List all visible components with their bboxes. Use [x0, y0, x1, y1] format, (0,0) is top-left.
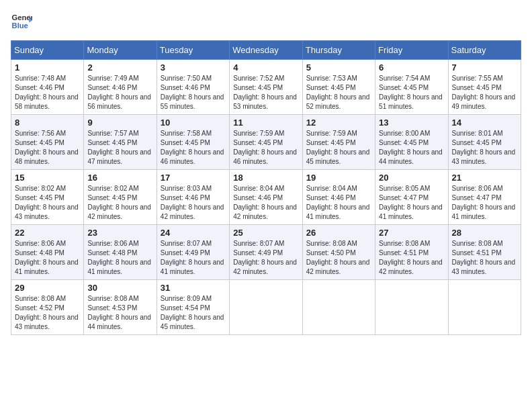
day-number: 29 [15, 283, 80, 293]
calendar-day-cell: 11 Sunrise: 7:59 AM Sunset: 4:45 PM Dayl… [230, 115, 302, 170]
day-info: Sunrise: 8:09 AM Sunset: 4:54 PM Dayligh… [161, 294, 226, 332]
calendar-day-cell: 2 Sunrise: 7:49 AM Sunset: 4:46 PM Dayli… [84, 60, 157, 115]
calendar-week-row: 15 Sunrise: 8:02 AM Sunset: 4:45 PM Dayl… [11, 170, 521, 225]
day-number: 6 [379, 62, 444, 73]
day-number: 14 [452, 118, 517, 128]
calendar-day-cell: 20 Sunrise: 8:05 AM Sunset: 4:47 PM Dayl… [375, 170, 448, 225]
calendar-body: 1 Sunrise: 7:48 AM Sunset: 4:46 PM Dayli… [11, 60, 521, 335]
day-info: Sunrise: 8:08 AM Sunset: 4:51 PM Dayligh… [379, 239, 444, 277]
day-info: Sunrise: 7:54 AM Sunset: 4:45 PM Dayligh… [379, 74, 444, 111]
page-header: General Blue [11, 11, 521, 32]
day-info: Sunrise: 8:02 AM Sunset: 4:45 PM Dayligh… [87, 184, 152, 222]
calendar-day-cell: 18 Sunrise: 8:04 AM Sunset: 4:46 PM Dayl… [230, 170, 302, 225]
calendar-day-cell: 19 Sunrise: 8:04 AM Sunset: 4:46 PM Dayl… [302, 170, 375, 225]
calendar-day-cell: 1 Sunrise: 7:48 AM Sunset: 4:46 PM Dayli… [11, 60, 84, 115]
day-info: Sunrise: 7:49 AM Sunset: 4:46 PM Dayligh… [87, 74, 152, 111]
day-info: Sunrise: 8:02 AM Sunset: 4:45 PM Dayligh… [15, 184, 80, 222]
calendar-day-cell: 12 Sunrise: 7:59 AM Sunset: 4:45 PM Dayl… [302, 115, 375, 170]
day-number: 15 [15, 173, 80, 183]
day-number: 26 [306, 228, 371, 238]
day-number: 2 [87, 62, 152, 73]
day-info: Sunrise: 8:07 AM Sunset: 4:49 PM Dayligh… [233, 239, 298, 277]
calendar-day-cell: 15 Sunrise: 8:02 AM Sunset: 4:45 PM Dayl… [11, 170, 84, 225]
calendar-day-cell: 25 Sunrise: 8:07 AM Sunset: 4:49 PM Dayl… [230, 225, 302, 280]
day-number: 18 [233, 173, 298, 183]
day-number: 13 [379, 118, 444, 128]
calendar-day-cell [302, 280, 375, 335]
calendar-day-cell: 16 Sunrise: 8:02 AM Sunset: 4:45 PM Dayl… [84, 170, 157, 225]
logo: General Blue [11, 11, 35, 32]
weekday-header-cell: Friday [375, 41, 448, 60]
calendar-day-cell: 27 Sunrise: 8:08 AM Sunset: 4:51 PM Dayl… [375, 225, 448, 280]
calendar-day-cell: 13 Sunrise: 8:00 AM Sunset: 4:45 PM Dayl… [375, 115, 448, 170]
calendar-day-cell: 24 Sunrise: 8:07 AM Sunset: 4:49 PM Dayl… [157, 225, 229, 280]
day-number: 20 [379, 173, 444, 183]
day-info: Sunrise: 7:53 AM Sunset: 4:45 PM Dayligh… [306, 74, 371, 111]
calendar-day-cell: 4 Sunrise: 7:52 AM Sunset: 4:45 PM Dayli… [230, 60, 302, 115]
calendar-day-cell: 7 Sunrise: 7:55 AM Sunset: 4:45 PM Dayli… [448, 60, 521, 115]
calendar-day-cell: 14 Sunrise: 8:01 AM Sunset: 4:45 PM Dayl… [448, 115, 521, 170]
calendar-week-row: 1 Sunrise: 7:48 AM Sunset: 4:46 PM Dayli… [11, 60, 521, 115]
calendar-day-cell: 22 Sunrise: 8:06 AM Sunset: 4:48 PM Dayl… [11, 225, 84, 280]
weekday-header-cell: Tuesday [157, 41, 229, 60]
weekday-header-cell: Monday [84, 41, 157, 60]
day-info: Sunrise: 7:59 AM Sunset: 4:45 PM Dayligh… [306, 129, 371, 167]
day-info: Sunrise: 8:04 AM Sunset: 4:46 PM Dayligh… [306, 184, 371, 222]
svg-text:Blue: Blue [12, 21, 28, 30]
day-number: 16 [87, 173, 152, 183]
day-number: 25 [233, 228, 298, 238]
day-number: 22 [15, 228, 80, 238]
day-number: 23 [87, 228, 152, 238]
calendar-day-cell: 10 Sunrise: 7:58 AM Sunset: 4:45 PM Dayl… [157, 115, 229, 170]
calendar-day-cell: 8 Sunrise: 7:56 AM Sunset: 4:45 PM Dayli… [11, 115, 84, 170]
day-number: 21 [452, 173, 517, 183]
day-number: 1 [15, 62, 80, 73]
day-number: 24 [161, 228, 226, 238]
day-number: 28 [452, 228, 517, 238]
day-info: Sunrise: 8:08 AM Sunset: 4:51 PM Dayligh… [452, 239, 517, 277]
calendar-day-cell: 21 Sunrise: 8:06 AM Sunset: 4:47 PM Dayl… [448, 170, 521, 225]
day-number: 4 [233, 62, 298, 73]
calendar-day-cell: 26 Sunrise: 8:08 AM Sunset: 4:50 PM Dayl… [302, 225, 375, 280]
day-info: Sunrise: 8:07 AM Sunset: 4:49 PM Dayligh… [161, 239, 226, 277]
day-number: 30 [87, 283, 152, 293]
calendar-day-cell: 30 Sunrise: 8:08 AM Sunset: 4:53 PM Dayl… [84, 280, 157, 335]
day-info: Sunrise: 8:03 AM Sunset: 4:46 PM Dayligh… [161, 184, 226, 222]
day-info: Sunrise: 7:50 AM Sunset: 4:46 PM Dayligh… [161, 74, 226, 111]
day-info: Sunrise: 7:57 AM Sunset: 4:45 PM Dayligh… [87, 129, 152, 167]
calendar-day-cell: 9 Sunrise: 7:57 AM Sunset: 4:45 PM Dayli… [84, 115, 157, 170]
calendar-day-cell: 29 Sunrise: 8:08 AM Sunset: 4:52 PM Dayl… [11, 280, 84, 335]
day-info: Sunrise: 8:06 AM Sunset: 4:47 PM Dayligh… [452, 184, 517, 222]
day-info: Sunrise: 7:52 AM Sunset: 4:45 PM Dayligh… [233, 74, 298, 111]
day-number: 9 [87, 118, 152, 128]
calendar-week-row: 8 Sunrise: 7:56 AM Sunset: 4:45 PM Dayli… [11, 115, 521, 170]
day-number: 11 [233, 118, 298, 128]
weekday-header-cell: Thursday [302, 41, 375, 60]
calendar-day-cell: 17 Sunrise: 8:03 AM Sunset: 4:46 PM Dayl… [157, 170, 229, 225]
day-info: Sunrise: 7:58 AM Sunset: 4:45 PM Dayligh… [161, 129, 226, 167]
calendar-day-cell [230, 280, 302, 335]
day-info: Sunrise: 8:06 AM Sunset: 4:48 PM Dayligh… [87, 239, 152, 277]
day-info: Sunrise: 7:48 AM Sunset: 4:46 PM Dayligh… [15, 74, 80, 111]
day-info: Sunrise: 7:56 AM Sunset: 4:45 PM Dayligh… [15, 129, 80, 167]
day-number: 10 [161, 118, 226, 128]
day-number: 12 [306, 118, 371, 128]
day-info: Sunrise: 8:00 AM Sunset: 4:45 PM Dayligh… [379, 129, 444, 167]
weekday-header-cell: Saturday [448, 41, 521, 60]
calendar-day-cell: 3 Sunrise: 7:50 AM Sunset: 4:46 PM Dayli… [157, 60, 229, 115]
day-info: Sunrise: 8:08 AM Sunset: 4:52 PM Dayligh… [15, 294, 80, 332]
day-number: 5 [306, 62, 371, 73]
calendar-day-cell [375, 280, 448, 335]
day-info: Sunrise: 8:06 AM Sunset: 4:48 PM Dayligh… [15, 239, 80, 277]
calendar: SundayMondayTuesdayWednesdayThursdayFrid… [11, 40, 521, 335]
logo-icon: General Blue [11, 11, 32, 32]
day-number: 8 [15, 118, 80, 128]
day-info: Sunrise: 8:01 AM Sunset: 4:45 PM Dayligh… [452, 129, 517, 167]
calendar-day-cell: 5 Sunrise: 7:53 AM Sunset: 4:45 PM Dayli… [302, 60, 375, 115]
weekday-header-cell: Sunday [11, 41, 84, 60]
day-info: Sunrise: 8:05 AM Sunset: 4:47 PM Dayligh… [379, 184, 444, 222]
calendar-day-cell: 23 Sunrise: 8:06 AM Sunset: 4:48 PM Dayl… [84, 225, 157, 280]
day-info: Sunrise: 8:08 AM Sunset: 4:53 PM Dayligh… [87, 294, 152, 332]
day-number: 31 [161, 283, 226, 293]
day-number: 27 [379, 228, 444, 238]
